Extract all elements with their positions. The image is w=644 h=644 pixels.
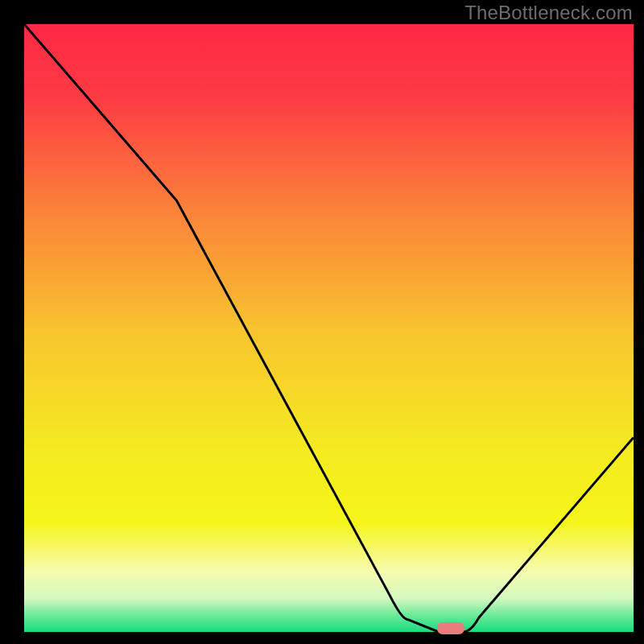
optimal-marker	[437, 622, 464, 634]
axis-bottom	[23, 632, 635, 634]
chart-stage: TheBottleneck.com	[0, 0, 644, 644]
chart-svg	[0, 0, 644, 644]
watermark-text: TheBottleneck.com	[464, 2, 633, 24]
plot-background	[24, 24, 634, 632]
axis-left	[23, 23, 24, 634]
